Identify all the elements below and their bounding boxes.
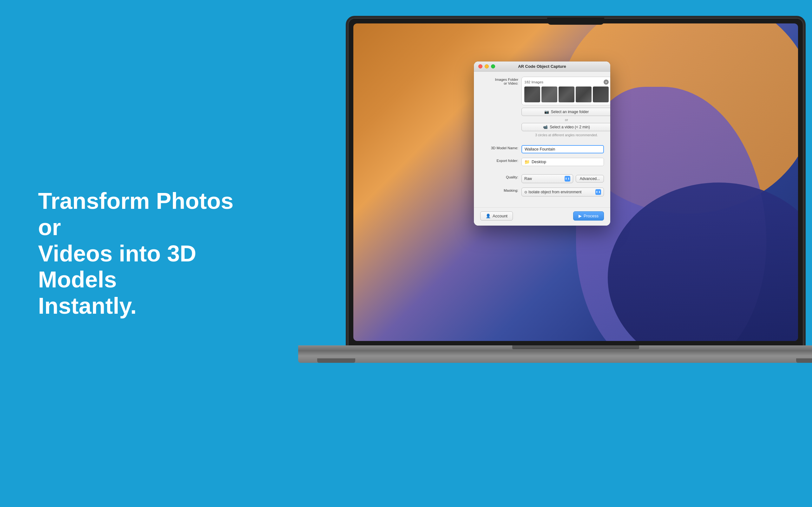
play-icon: ▶: [578, 214, 582, 218]
export-folder-content: 📁 Desktop: [521, 158, 604, 166]
select-video-button[interactable]: 📹 Select a video (< 2 min): [521, 123, 610, 131]
images-folder-content: 182 Images ✕: [521, 77, 610, 137]
dialog-body: Images Folderor Video: 182 Images ✕: [474, 72, 610, 207]
ar-code-dialog: AR Code Object Capture Images Folderor V…: [474, 61, 610, 226]
images-folder-row: Images Folderor Video: 182 Images ✕: [480, 77, 604, 137]
thumbnail-3: [559, 87, 574, 102]
hero-text: Transform Photos or Videos into 3D Model…: [38, 188, 260, 319]
select-folder-label: Select an image folder: [551, 110, 589, 114]
images-area: 182 Images ✕: [521, 77, 610, 105]
video-icon: 📹: [543, 125, 548, 129]
quality-select-row: Raw ⬆⬇ Advanced...: [521, 174, 604, 183]
export-folder-value[interactable]: 📁 Desktop: [521, 158, 604, 166]
laptop-foot-right: [796, 358, 812, 363]
hero-line3: Instantly.: [38, 293, 137, 319]
laptop-notch: [547, 18, 604, 25]
quality-label: Quality:: [480, 174, 521, 179]
maximize-button[interactable]: [491, 64, 495, 68]
masking-row: Masking: ⊙ Isolate object from environme…: [480, 187, 604, 196]
images-folder-label: Images Folderor Video:: [480, 77, 521, 85]
account-icon: 👤: [486, 214, 491, 218]
laptop: AR Code Object Capture Images Folderor V…: [298, 16, 812, 459]
process-button[interactable]: ▶ Process: [573, 211, 604, 221]
hero-line1: Transform Photos or: [38, 188, 234, 240]
quality-select[interactable]: Raw ⬆⬇: [521, 174, 573, 183]
process-label: Process: [583, 214, 599, 218]
images-count: 182 Images: [524, 80, 543, 84]
masking-value: Isolate object from environment: [528, 190, 595, 194]
quality-content: Raw ⬆⬇ Advanced...: [521, 174, 604, 183]
masking-label: Masking:: [480, 187, 521, 192]
thumbnail-1: [524, 87, 540, 102]
export-folder-label: Export folder:: [480, 158, 521, 163]
masking-content: ⊙ Isolate object from environment ⬆⬇: [521, 187, 604, 196]
account-button[interactable]: 👤 Account: [480, 211, 513, 221]
laptop-foot-left: [317, 358, 355, 363]
folder-icon: 📁: [524, 159, 530, 164]
select-video-label: Select a video (< 2 min): [550, 125, 590, 129]
quality-value: Raw: [524, 176, 532, 181]
images-clear-button[interactable]: ✕: [604, 79, 609, 84]
model-name-content: [521, 145, 604, 153]
hint-text: 3 circles at different angles recommende…: [521, 133, 610, 137]
hero-line2: Videos into 3D Models: [38, 241, 196, 292]
masking-dropdown-arrow: ⬆⬇: [595, 189, 601, 195]
wallpaper: AR Code Object Capture Images Folderor V…: [353, 23, 798, 341]
export-folder-name: Desktop: [531, 160, 546, 164]
or-divider: or: [521, 118, 610, 122]
thumbnail-4: [576, 87, 592, 102]
account-label: Account: [493, 214, 507, 218]
dialog-title: AR Code Object Capture: [518, 64, 566, 69]
masking-icon: ⊙: [524, 190, 527, 194]
dialog-footer: 👤 Account ▶ Process: [474, 207, 610, 226]
model-name-input[interactable]: [521, 145, 604, 153]
thumbnail-5: [593, 87, 609, 102]
laptop-hinge: [512, 345, 639, 349]
traffic-lights: [478, 64, 495, 68]
minimize-button[interactable]: [485, 64, 489, 68]
close-button[interactable]: [478, 64, 483, 68]
select-folder-button[interactable]: 📷 Select an image folder: [521, 108, 610, 116]
laptop-screen: AR Code Object Capture Images Folderor V…: [346, 16, 806, 349]
laptop-base: [298, 345, 812, 363]
model-name-row: 3D Model Name:: [480, 145, 604, 153]
export-folder-row: Export folder: 📁 Desktop: [480, 158, 604, 166]
model-name-label: 3D Model Name:: [480, 145, 521, 150]
camera-icon: 📷: [544, 110, 549, 114]
advanced-button[interactable]: Advanced...: [576, 175, 604, 182]
masking-select[interactable]: ⊙ Isolate object from environment ⬆⬇: [521, 187, 604, 196]
dialog-titlebar: AR Code Object Capture: [474, 61, 610, 72]
quality-row: Quality: Raw ⬆⬇ Advanced...: [480, 174, 604, 183]
quality-dropdown-arrow: ⬆⬇: [565, 176, 570, 181]
images-thumbnails: [524, 87, 609, 102]
thumbnail-2: [542, 87, 557, 102]
images-header: 182 Images ✕: [524, 79, 609, 84]
